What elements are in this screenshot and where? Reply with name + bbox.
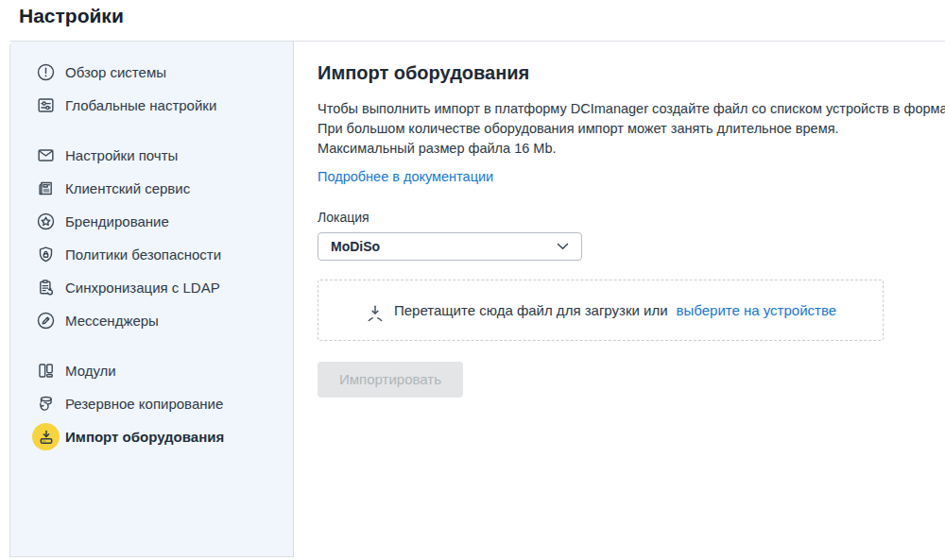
description-line: Чтобы выполнить импорт в платформу DCIma… <box>318 99 945 119</box>
clipboard-sync-icon <box>36 278 56 297</box>
description-line: При большом количестве оборудования импо… <box>318 119 945 139</box>
settings-shell: Обзор системы Глобальные настройки Настр… <box>9 41 945 557</box>
sidebar-group-divider <box>10 122 293 139</box>
import-equipment-panel: Импорт оборудования Чтобы выполнить импо… <box>294 42 945 557</box>
dropzone-text: Перетащите сюда файл для загрузки или <box>394 302 668 318</box>
sidebar-item-label: Обзор системы <box>65 64 166 80</box>
newspaper-icon <box>36 178 56 198</box>
description-line: Максимальный размер файла 16 Mb. <box>318 139 945 159</box>
sidebar-item-ldap-sync[interactable]: Синхронизация с LDAP <box>10 271 293 304</box>
sidebar-item-backup[interactable]: Резервное копирование <box>10 387 293 420</box>
sidebar-item-label: Мессенджеры <box>65 313 159 329</box>
import-button[interactable]: Импортировать <box>318 362 463 398</box>
sidebar-item-system-overview[interactable]: Обзор системы <box>10 56 293 89</box>
sidebar-item-label: Глобальные настройки <box>65 97 216 113</box>
download-circle-icon <box>365 300 386 321</box>
star-circle-icon <box>36 212 56 231</box>
active-item-badge <box>32 423 60 450</box>
pencil-circle-icon <box>36 311 56 331</box>
chevron-down-icon <box>557 243 569 250</box>
sidebar-item-label: Синхронизация с LDAP <box>65 280 220 296</box>
location-selected-value: MoDiSo <box>331 239 380 254</box>
settings-sidebar: Обзор системы Глобальные настройки Настр… <box>9 42 294 557</box>
location-label: Локация <box>318 209 945 226</box>
sidebar-item-security-policies[interactable]: Политики безопасности <box>10 238 293 271</box>
shield-lock-icon <box>36 245 56 264</box>
page-title: Настройки <box>0 0 945 41</box>
alert-circle-icon <box>36 62 56 82</box>
mail-icon <box>36 145 56 165</box>
global-settings-icon <box>36 95 56 115</box>
sidebar-item-label: Политики безопасности <box>65 246 221 263</box>
sidebar-item-label: Настройки почты <box>65 147 178 163</box>
sidebar-item-label: Импорт оборудования <box>65 429 224 445</box>
backup-icon <box>36 394 56 414</box>
location-select[interactable]: MoDiSo <box>318 232 582 261</box>
sidebar-item-global-settings[interactable]: Глобальные настройки <box>10 89 293 122</box>
sidebar-item-label: Клиентский сервис <box>65 180 190 196</box>
sidebar-item-messengers[interactable]: Мессенджеры <box>10 304 293 337</box>
sidebar-item-client-service[interactable]: Клиентский сервис <box>10 172 293 205</box>
import-device-icon <box>37 428 56 447</box>
modules-icon <box>36 361 56 381</box>
documentation-link[interactable]: Подробнее в документации <box>318 167 493 187</box>
sidebar-item-label: Модули <box>65 363 116 379</box>
choose-file-link[interactable]: выберите на устройстве <box>677 302 837 318</box>
sidebar-item-label: Резервное копирование <box>65 396 223 412</box>
sidebar-group-divider <box>10 337 293 354</box>
sidebar-item-label: Брендирование <box>65 213 169 229</box>
sidebar-item-modules[interactable]: Модули <box>10 354 293 387</box>
import-description: Чтобы выполнить импорт в платформу DCIma… <box>318 99 945 159</box>
sidebar-item-equipment-import[interactable]: Импорт оборудования <box>10 420 293 453</box>
sidebar-item-branding[interactable]: Брендирование <box>10 205 293 238</box>
file-dropzone[interactable]: Перетащите сюда файл для загрузки или вы… <box>318 280 884 341</box>
sidebar-item-mail-settings[interactable]: Настройки почты <box>10 139 293 172</box>
panel-title: Импорт оборудования <box>318 60 945 85</box>
